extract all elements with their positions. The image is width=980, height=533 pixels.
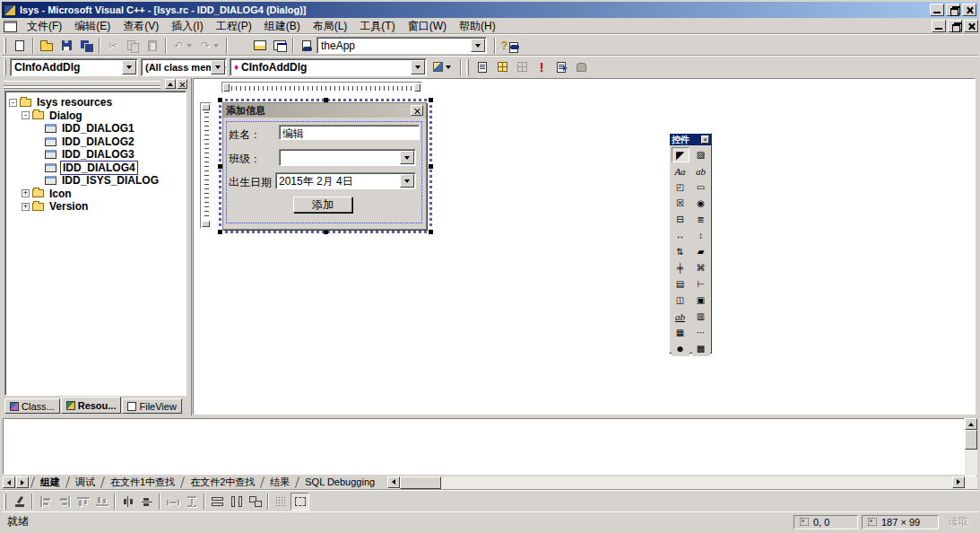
wizardbar-actions-button[interactable] (427, 57, 457, 77)
tool-combo-box[interactable]: ⊟ (672, 212, 689, 227)
collapse-icon[interactable]: - (9, 99, 17, 107)
tool-static-text[interactable]: Aa (672, 163, 689, 179)
paste-button[interactable] (143, 36, 162, 56)
member-combo-dropdown[interactable] (411, 60, 425, 74)
buildbar-grip[interactable] (466, 59, 469, 75)
menu-edit[interactable]: 编辑(E) (68, 18, 117, 35)
tab-build[interactable]: 组建 (33, 476, 67, 489)
child-minimize-button[interactable] (932, 20, 946, 32)
tab-resourceview[interactable]: Resou... (61, 397, 122, 414)
close-button[interactable] (962, 4, 976, 16)
birthdate-picker-control[interactable]: 2015年 2月 4日 (275, 172, 416, 189)
name-edit-control[interactable]: 编辑 (279, 125, 420, 140)
birthdate-dropdown-icon[interactable] (400, 174, 414, 188)
minimize-button[interactable] (930, 4, 944, 16)
designed-dialog-titlebar[interactable]: 添加信息 (223, 103, 426, 118)
menu-window[interactable]: 窗口(W) (402, 18, 453, 35)
tool-check-box[interactable]: ☒ (672, 196, 689, 211)
mdi-child-icon[interactable] (4, 21, 17, 32)
ruler-right-thumb[interactable] (414, 83, 421, 92)
tool-pointer[interactable]: ◤ (672, 147, 689, 162)
tool-date-time-picker[interactable]: ▥ (692, 309, 710, 324)
resize-handle-se[interactable] (429, 230, 433, 234)
open-button[interactable] (37, 36, 56, 56)
resize-handle-ne[interactable] (429, 98, 433, 102)
toggle-grid-button[interactable] (272, 493, 291, 511)
tool-list-control[interactable]: ▤ (672, 276, 689, 292)
tree-item-idd-isys-dialog[interactable]: IDD_ISYS_DIALOG (5, 174, 186, 188)
window-manager-button[interactable] (270, 36, 290, 56)
tool-radio-button[interactable]: ◉ (692, 196, 710, 211)
space-across-button[interactable] (163, 493, 182, 511)
menu-insert[interactable]: 插入(I) (165, 18, 209, 35)
find-combo-dropdown[interactable] (471, 39, 485, 52)
filter-combo-dropdown[interactable] (211, 60, 225, 74)
toolbox-close-icon[interactable]: × (701, 135, 709, 144)
tree-item-idd-dialog4[interactable]: IDD_DIALOG4 (5, 162, 186, 175)
stop-build-button[interactable] (512, 57, 532, 77)
designed-dialog-client[interactable]: 姓名： 编辑 班级： 出生日期： 2015年 2月 4日 添加 (223, 118, 426, 230)
name-label[interactable]: 姓名： (229, 127, 261, 143)
resize-handle-s[interactable] (324, 230, 328, 234)
save-all-button[interactable] (76, 36, 96, 56)
output-toggle-button[interactable] (250, 36, 270, 56)
tool-spin-control[interactable]: ⇅ (672, 244, 689, 259)
center-vertical-button[interactable] (137, 493, 156, 511)
wizardbar-class-combo[interactable]: CInfoAddDlg (10, 58, 138, 76)
tree-item-isys-resources[interactable]: - Isys resources (5, 96, 186, 109)
make-same-size-button[interactable] (246, 493, 265, 511)
output-window[interactable] (3, 418, 965, 475)
birthdate-label[interactable]: 出生日期： (229, 175, 282, 190)
search-help-button[interactable]: ? (499, 36, 518, 56)
redo-button[interactable]: ↷ (196, 36, 223, 56)
find-in-files-button[interactable] (297, 36, 317, 56)
tool-vertical-scrollbar[interactable]: ↕ (692, 228, 710, 243)
tool-picture-control[interactable]: ▨ (692, 147, 710, 162)
menu-view[interactable]: 查看(V) (117, 18, 165, 35)
pane-pin-button[interactable] (165, 79, 176, 89)
tree-item-version-folder[interactable]: + Version (5, 200, 186, 214)
horizontal-scroll-thumb[interactable] (400, 476, 441, 489)
tool-horizontal-scrollbar[interactable]: ↔ (672, 228, 689, 243)
center-horizontal-button[interactable] (118, 493, 137, 511)
tool-push-button[interactable]: ▭ (692, 179, 710, 195)
go-debug-button[interactable] (551, 57, 571, 77)
add-button-control[interactable]: 添加 (293, 197, 352, 213)
tool-list-box[interactable]: ≣ (692, 212, 710, 227)
tree-item-idd-dialog1[interactable]: IDD_DIALOG1 (5, 122, 186, 135)
tool-extended-combo-box[interactable]: ▩ (692, 341, 710, 356)
tab-find-in-files-2[interactable]: 在文件2中查找 (183, 476, 262, 489)
menu-tools[interactable]: 工具(T) (353, 18, 401, 35)
align-left-button[interactable] (36, 493, 55, 511)
tree-item-idd-dialog2[interactable]: IDD_DIALOG2 (5, 135, 186, 149)
make-same-height-button[interactable] (227, 493, 246, 511)
toolbox-titlebar[interactable]: 控件 × (670, 134, 711, 145)
designed-dialog[interactable]: 添加信息 姓名： 编辑 班级： 出生日期： 2015年 2月 4日 添加 (222, 102, 427, 230)
expand-icon[interactable]: + (22, 203, 30, 211)
class-combo-dropdown[interactable] (122, 60, 136, 74)
dialog-toolbar-grip[interactable] (4, 494, 6, 510)
output-horizontal-scrollbar[interactable] (387, 476, 977, 489)
tool-animation[interactable]: ▣ (692, 293, 710, 308)
copy-button[interactable] (123, 36, 143, 56)
menu-help[interactable]: 帮助(H) (453, 18, 502, 35)
class-combo-control[interactable] (279, 149, 416, 166)
tool-ip-address[interactable]: ⋯ (692, 325, 710, 340)
tool-progress-bar[interactable]: ▰ (692, 244, 710, 259)
build-button[interactable] (492, 57, 512, 77)
tool-hot-key[interactable]: ⌘ (692, 260, 710, 275)
menu-file[interactable]: 文件(F) (21, 18, 68, 35)
breakpoint-button[interactable] (571, 57, 591, 77)
restore-button[interactable] (946, 4, 960, 16)
vertical-splitter[interactable] (189, 78, 192, 415)
tree-item-idd-dialog3[interactable]: IDD_DIALOG3 (5, 148, 186, 162)
child-close-button[interactable] (964, 20, 978, 32)
class-combo-dropdown-icon[interactable] (400, 151, 414, 164)
tool-rich-edit[interactable]: ab (672, 309, 689, 324)
pane-close-button[interactable] (177, 79, 187, 89)
tool-group-box[interactable]: ◰ (672, 179, 689, 195)
tab-results[interactable]: 结果 (263, 476, 297, 489)
scroll-right-button[interactable] (952, 476, 965, 488)
child-restore-button[interactable] (948, 20, 962, 32)
cut-button[interactable]: ✂ (103, 36, 123, 56)
